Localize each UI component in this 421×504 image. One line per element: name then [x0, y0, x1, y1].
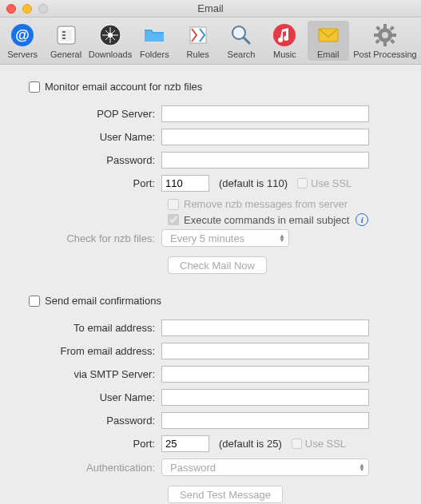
pop-port-hint: (default is 110): [219, 177, 288, 189]
check-interval-select[interactable]: Every 5 minutes ▲▼: [161, 229, 289, 247]
pop-ssl-label: Use SSL: [311, 177, 351, 189]
svg-point-9: [108, 33, 113, 38]
toolbar-label: Servers: [7, 50, 38, 59]
smtp-port-input[interactable]: [161, 435, 209, 452]
toolbar-label: General: [50, 50, 81, 59]
monitor-email-row: Monitor email account for nzb files: [29, 81, 397, 93]
toolbar-post-processing[interactable]: Post Processing: [351, 21, 419, 61]
remove-nzb-checkbox: [168, 199, 179, 210]
toolbar-general[interactable]: General: [45, 21, 86, 61]
auth-select[interactable]: Password ▲▼: [161, 458, 369, 476]
toolbar-email[interactable]: Email: [308, 21, 349, 61]
pop-server-label: POP Server:: [24, 108, 161, 120]
svg-rect-19: [391, 34, 396, 37]
svg-rect-22: [389, 26, 394, 30]
pop-ssl-checkbox: [297, 178, 308, 189]
general-icon: [54, 22, 79, 48]
smtp-port-label: Port:: [24, 438, 161, 450]
smtp-user-label: User Name:: [24, 391, 161, 403]
send-test-button[interactable]: Send Test Message: [168, 486, 283, 503]
pop-user-input[interactable]: [161, 129, 369, 145]
from-email-input[interactable]: [161, 343, 369, 359]
toolbar-folders[interactable]: Folders: [133, 21, 175, 61]
auth-label: Authentication:: [24, 462, 161, 474]
svg-rect-18: [374, 34, 379, 37]
smtp-port-hint: (default is 25): [219, 438, 282, 450]
svg-rect-6: [62, 38, 66, 39]
svg-point-24: [382, 32, 388, 38]
smtp-user-input[interactable]: [161, 389, 369, 406]
stepper-icon: ▲▼: [279, 234, 285, 242]
pop-server-input[interactable]: [161, 105, 369, 122]
smtp-pass-label: Password:: [24, 415, 161, 427]
email-icon: [316, 22, 341, 48]
toolbar-label: Downloads: [89, 50, 132, 59]
svg-rect-20: [375, 26, 380, 30]
auth-value: Password: [170, 462, 216, 474]
to-email-label: To email address:: [24, 322, 161, 334]
svg-rect-21: [390, 39, 395, 44]
svg-rect-16: [383, 24, 387, 29]
toolbar-label: Rules: [187, 50, 209, 59]
svg-rect-5: [62, 34, 66, 36]
downloads-icon: [97, 22, 123, 48]
svg-line-12: [244, 38, 249, 43]
toolbar-rules[interactable]: Rules: [177, 21, 219, 61]
titlebar: Email: [0, 0, 421, 18]
smtp-ssl-label: Use SSL: [305, 438, 346, 450]
svg-point-13: [273, 24, 296, 46]
toolbar-label: Email: [317, 50, 340, 59]
toolbar-label: Post Processing: [353, 50, 416, 59]
pop-pass-input[interactable]: [161, 152, 369, 169]
window-title: Email: [0, 2, 421, 14]
smtp-server-input[interactable]: [161, 366, 369, 383]
svg-text:@: @: [15, 27, 30, 43]
stepper-icon: ▲▼: [359, 463, 365, 471]
info-icon[interactable]: i: [355, 213, 368, 226]
remove-nzb-row: Remove nzb messages from server: [168, 198, 397, 210]
check-interval-value: Every 5 minutes: [170, 232, 244, 244]
toolbar-label: Folders: [140, 50, 169, 59]
toolbar-music[interactable]: Music: [264, 21, 305, 61]
send-confirm-label: Send email confirmations: [45, 295, 161, 307]
folders-icon: [141, 22, 167, 48]
execute-cmd-checkbox: [168, 214, 179, 225]
content-pane: Monitor email account for nzb files POP …: [0, 65, 421, 504]
pop-port-label: Port:: [24, 177, 161, 189]
gear-icon: [372, 22, 398, 48]
check-mail-now-button[interactable]: Check Mail Now: [168, 256, 267, 274]
toolbar-label: Search: [228, 50, 256, 59]
send-confirm-row: Send email confirmations: [29, 295, 397, 307]
smtp-server-label: via SMTP Server:: [24, 368, 161, 380]
monitor-email-checkbox[interactable]: [29, 81, 40, 93]
toolbar-search[interactable]: Search: [220, 21, 262, 61]
send-confirm-checkbox[interactable]: [29, 296, 40, 307]
servers-icon: @: [10, 22, 35, 48]
monitor-email-label: Monitor email account for nzb files: [45, 81, 202, 93]
rules-icon: [185, 22, 211, 48]
pop-port-input[interactable]: [161, 175, 209, 192]
check-interval-label: Check for nzb files:: [24, 232, 161, 244]
smtp-pass-input[interactable]: [161, 412, 369, 429]
music-icon: [272, 22, 297, 48]
toolbar-downloads[interactable]: Downloads: [89, 21, 132, 61]
from-email-label: From email address:: [24, 345, 161, 357]
svg-rect-23: [375, 39, 379, 44]
search-icon: [228, 22, 254, 48]
svg-rect-17: [383, 42, 387, 46]
remove-nzb-label: Remove nzb messages from server: [184, 198, 348, 210]
svg-rect-4: [62, 31, 66, 33]
preferences-toolbar: @ Servers General Downloads Folders Rule…: [0, 18, 421, 65]
pop-pass-label: Password:: [24, 154, 161, 166]
smtp-ssl-checkbox: [292, 439, 302, 449]
execute-cmd-row: Execute commands in email subject i: [168, 213, 397, 226]
execute-cmd-label: Execute commands in email subject: [184, 214, 349, 226]
toolbar-servers[interactable]: @ Servers: [2, 21, 43, 61]
pop-user-label: User Name:: [24, 131, 161, 143]
to-email-input[interactable]: [161, 319, 369, 336]
toolbar-label: Music: [273, 50, 296, 59]
